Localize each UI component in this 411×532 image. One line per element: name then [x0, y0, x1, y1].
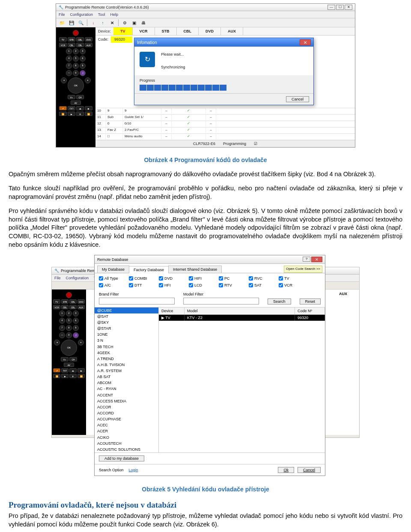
brand-item[interactable]: 1ONE [95, 331, 158, 337]
device-aux[interactable]: AUX [221, 27, 243, 35]
login-link[interactable]: Login [129, 467, 138, 473]
table-row: 13Fav Z2.FavP/C–✓– [95, 127, 355, 133]
download-icon[interactable]: ↓ [90, 19, 97, 26]
device-dvd[interactable]: DVD [199, 27, 221, 35]
device-label: Device: [95, 27, 113, 35]
app-title: Programmable Remote Control(Version 4.0.… [65, 5, 149, 10]
brand-item[interactable]: A.R. SYSTEM [95, 368, 158, 374]
chk-sat[interactable]: SAT [249, 283, 274, 288]
brand-item[interactable]: ACCORD [95, 410, 158, 416]
chk-combi[interactable]: COMBI [129, 276, 154, 281]
bg-app-icon: 🔧 [54, 268, 59, 273]
brand-item[interactable]: ACOUSTIC SOLUTIONS [95, 446, 158, 452]
device-vcr[interactable]: VCR [133, 27, 155, 35]
progress-bar [140, 85, 308, 91]
chk-rtv[interactable]: RTV [219, 283, 244, 288]
chk-dtt[interactable]: DTT [129, 283, 154, 288]
brand-item[interactable]: ACCUPHASE [95, 416, 158, 422]
paragraph-3: Pro vyhledání správného kódu v databázi … [9, 207, 402, 249]
gear1-icon[interactable]: ⚙ [121, 19, 128, 26]
rd-help-button[interactable]: ? [303, 257, 310, 262]
brand-item[interactable]: ACIKO [95, 434, 158, 440]
brand-item[interactable]: ACOUSTECH [95, 440, 158, 446]
chk-lcd[interactable]: LCD [189, 283, 214, 288]
open-icon[interactable]: 📁 [59, 19, 66, 26]
close-button[interactable]: ✕ [345, 5, 352, 10]
progress-label: Progress [140, 78, 308, 83]
dialog-cancel-button[interactable]: Cancel [286, 96, 309, 102]
chk-vcr[interactable]: VCR [279, 283, 304, 288]
brand-item[interactable]: 3 N [95, 337, 158, 343]
tab-factory-database[interactable]: Factory Database [129, 266, 169, 273]
menu-file[interactable]: File [59, 12, 65, 17]
brand-filter-input[interactable] [99, 298, 175, 304]
model-filter-input[interactable] [183, 298, 259, 304]
chk-hifi[interactable]: HIFI [189, 276, 214, 281]
print-icon[interactable]: 🖶 [140, 19, 147, 26]
gear2-icon[interactable]: ▣ [131, 19, 137, 26]
figure-2-caption: Obrázek 5 Vyhledání kódu ovladače přístr… [9, 485, 402, 494]
sync-icon: ↻ [140, 52, 155, 67]
brand-item[interactable]: ACEC [95, 422, 158, 428]
upload-icon[interactable]: ↑ [99, 19, 106, 26]
brand-item[interactable]: ACCENT [95, 392, 158, 398]
search-option-label[interactable]: Search Option [99, 467, 124, 473]
reset-button[interactable]: Reset [300, 299, 321, 304]
min-button[interactable]: — [328, 5, 335, 10]
chk-tv[interactable]: TV [279, 276, 304, 281]
chk-pc[interactable]: PC [219, 276, 244, 281]
chk-alltype[interactable]: All Type [99, 276, 124, 281]
table-row: 1200/10–✓– [95, 121, 355, 127]
ok-button[interactable]: Ok [278, 467, 294, 473]
tab-internet-shared[interactable]: Internet Shared Database [168, 266, 222, 273]
brand-item[interactable]: ACCOR [95, 404, 158, 410]
max-button[interactable]: ☐ [336, 5, 344, 10]
brand-item[interactable]: A TREND [95, 356, 158, 362]
chk-ac[interactable]: A/C [99, 283, 124, 288]
brand-list[interactable]: @CUBE@SAT@SKY@STAR1ONE3 N3B TECH4GEEKA T… [95, 307, 159, 452]
brand-item[interactable]: @SKY [95, 319, 158, 325]
rd-close-button[interactable]: ✕ [311, 257, 322, 262]
brand-item[interactable]: AC - RYAN [95, 386, 158, 392]
brand-item[interactable]: ACER [95, 428, 158, 434]
device-stb[interactable]: STB [155, 27, 177, 35]
device-cbl[interactable]: CBL [177, 27, 199, 35]
bg-menu-file[interactable]: File [54, 275, 61, 281]
bg-aux-tab[interactable]: AUX [327, 290, 359, 435]
menu-tool[interactable]: Tool [98, 12, 105, 17]
model-row[interactable]: ▶ TV KTV - Z2 99320 [159, 315, 325, 321]
menu-help[interactable]: Help [110, 12, 119, 17]
tab-my-database[interactable]: My Database [97, 266, 129, 273]
search-icon[interactable]: 🔍 [77, 19, 84, 26]
brand-item[interactable]: @CUBE [95, 307, 158, 313]
table-row: 14□Menu audio–✓– [95, 133, 355, 140]
device-tv[interactable]: TV [113, 27, 133, 35]
open-code-search-link[interactable]: Open Code Search >> [284, 266, 322, 273]
brand-item[interactable]: AB SAT [95, 374, 158, 380]
save-icon[interactable]: 💾 [68, 19, 75, 26]
information-dialog: Infomation ✕ ↻ Please wait... Synchroniz… [134, 38, 314, 105]
cancel-icon[interactable]: ✕ [109, 19, 116, 26]
brand-item[interactable]: @STAR [95, 325, 158, 331]
cancel-button[interactable]: Cancel [298, 467, 321, 473]
search-button[interactable]: Search [268, 299, 291, 304]
chk-rvc[interactable]: RVC [249, 276, 274, 281]
add-to-my-db-button[interactable]: Add to my database [99, 455, 144, 461]
bg-menu-config[interactable]: Configuration [66, 275, 89, 281]
brand-item[interactable]: A.H.B. TVISION [95, 362, 158, 368]
model-header: Device Model Code Nº [159, 307, 325, 315]
status-icon: ☑ [254, 141, 257, 146]
brand-item[interactable]: @SAT [95, 313, 158, 319]
chk-hfi[interactable]: HFI [159, 283, 184, 288]
key-table: 1099–✓– 11SubGuide Sel 1/–✓– 1200/10–✓– … [95, 108, 355, 140]
brand-item[interactable]: ABCOM [95, 380, 158, 386]
code-value[interactable]: 99320 [111, 36, 132, 42]
menu-configuration[interactable]: Configuration [70, 12, 93, 17]
brand-item[interactable]: ACCESS MEDIA [95, 398, 158, 404]
chk-dvd[interactable]: DVD [159, 276, 184, 281]
dialog-close-button[interactable]: ✕ [300, 39, 311, 45]
ok-button: OK [68, 77, 84, 94]
status-model: CLR7922-E6 [193, 141, 215, 146]
brand-item[interactable]: 3B TECH [95, 344, 158, 350]
brand-item[interactable]: 4GEEK [95, 350, 158, 356]
